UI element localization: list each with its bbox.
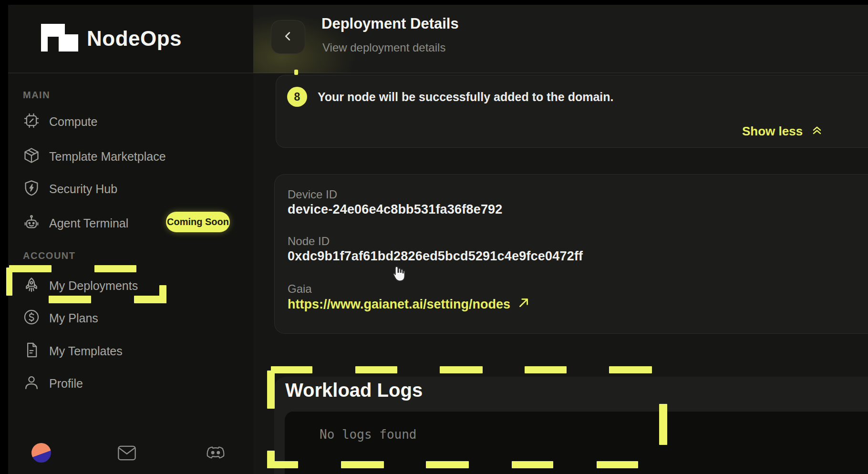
step-number-badge: 8 xyxy=(287,87,307,107)
gaia-label: Gaia xyxy=(288,282,312,296)
workload-logs-section: Workload Logs No logs found xyxy=(274,377,868,474)
annotation-dash-tiny xyxy=(294,70,298,75)
annotation-deployments-bottom xyxy=(49,296,91,303)
sidebar-item-my-deployments[interactable]: My Deployments xyxy=(23,275,242,297)
sidebar-item-label: My Deployments xyxy=(49,279,138,293)
header-divider xyxy=(8,72,868,73)
sidebar-item-security-hub[interactable]: Security Hub xyxy=(23,178,242,200)
sidebar-item-compute[interactable]: Compute xyxy=(23,111,242,133)
nodeops-logo-icon xyxy=(41,24,78,53)
sidebar-item-agent-terminal[interactable]: Agent Terminal Coming Soon xyxy=(23,212,242,234)
annotation-logs-bottom-5 xyxy=(597,461,638,468)
cube-icon xyxy=(23,147,40,166)
back-button[interactable] xyxy=(271,20,305,54)
sidebar-item-my-plans[interactable]: My Plans xyxy=(23,307,242,329)
mail-icon[interactable] xyxy=(117,445,136,463)
annotation-logs-top-3 xyxy=(440,366,483,373)
sidebar-item-template-marketplace[interactable]: Template Marketplace xyxy=(23,145,242,167)
log-empty-message: No logs found xyxy=(320,427,417,442)
chevrons-up-icon xyxy=(810,123,824,140)
dollar-circle-icon xyxy=(23,309,40,328)
annotation-logs-bottom-3 xyxy=(426,461,469,468)
sidebar-item-label: Template Marketplace xyxy=(49,150,166,164)
deployment-steps-card: 8 Your node will be successfully added t… xyxy=(276,75,868,148)
annotation-logs-left xyxy=(267,371,275,409)
sidebar-item-label: Compute xyxy=(49,115,97,129)
annotation-logs-top-4 xyxy=(525,366,567,373)
annotation-deployments-top-2 xyxy=(94,265,136,272)
page-subtitle: View deployment details xyxy=(322,41,445,54)
shield-icon xyxy=(23,179,40,198)
nodeops-logo-text: NodeOps xyxy=(87,27,182,51)
nav-section-main: MAIN xyxy=(23,90,50,101)
nav-section-account: ACCOUNT xyxy=(23,250,76,261)
cpu-icon xyxy=(23,112,40,131)
sidebar-item-profile[interactable]: Profile xyxy=(23,372,242,394)
avatar[interactable] xyxy=(31,443,51,463)
page-title: Deployment Details xyxy=(321,15,459,32)
annotation-deployments-corner-v xyxy=(159,285,166,303)
show-less-label: Show less xyxy=(742,124,803,139)
sidebar-item-label: My Templates xyxy=(49,344,123,358)
node-id-value: 0xdc9b1f7af61bd2826ed5bcd5291c4e9fce0472… xyxy=(288,249,583,264)
annotation-deployments-top-1 xyxy=(9,265,52,272)
gaia-link[interactable]: https://www.gaianet.ai/setting/nodes xyxy=(288,297,530,312)
file-icon xyxy=(23,341,40,361)
annotation-logs-top-2 xyxy=(355,366,397,373)
step-text: Your node will be successfully added to … xyxy=(318,90,613,104)
person-icon xyxy=(23,374,40,393)
discord-icon[interactable] xyxy=(207,445,225,463)
node-details-card: Device ID device-24e06e4c8bb531fa36f8e79… xyxy=(274,174,868,334)
annotation-logs-right xyxy=(659,404,667,445)
sidebar-item-label: Profile xyxy=(49,377,83,391)
sidebar xyxy=(8,5,253,474)
show-less-button[interactable]: Show less xyxy=(742,123,824,140)
sidebar-item-my-templates[interactable]: My Templates xyxy=(23,340,242,362)
sidebar-item-label: My Plans xyxy=(49,311,98,325)
annotation-logs-bottom-4 xyxy=(512,461,553,468)
workload-logs-title: Workload Logs xyxy=(285,380,423,401)
annotation-logs-top-5 xyxy=(609,366,652,373)
nodeops-logo[interactable]: NodeOps xyxy=(41,23,222,54)
chevron-left-icon xyxy=(281,29,295,45)
sidebar-item-label: Security Hub xyxy=(49,182,117,196)
annotation-logs-top-1 xyxy=(271,366,312,373)
device-id-value: device-24e06e4c8bb531fa36f8e792 xyxy=(288,202,503,217)
annotation-logs-corner-h xyxy=(267,461,298,468)
annotation-logs-bottom-2 xyxy=(341,461,384,468)
hand-cursor xyxy=(390,265,406,285)
gaia-link-url: https://www.gaianet.ai/setting/nodes xyxy=(288,297,510,312)
robot-icon xyxy=(23,214,40,233)
sidebar-item-label: Agent Terminal xyxy=(49,216,128,230)
external-link-icon xyxy=(517,297,530,312)
rocket-icon xyxy=(23,276,40,295)
node-id-label: Node ID xyxy=(288,235,330,248)
coming-soon-badge: Coming Soon xyxy=(166,212,230,232)
device-id-label: Device ID xyxy=(288,188,337,201)
